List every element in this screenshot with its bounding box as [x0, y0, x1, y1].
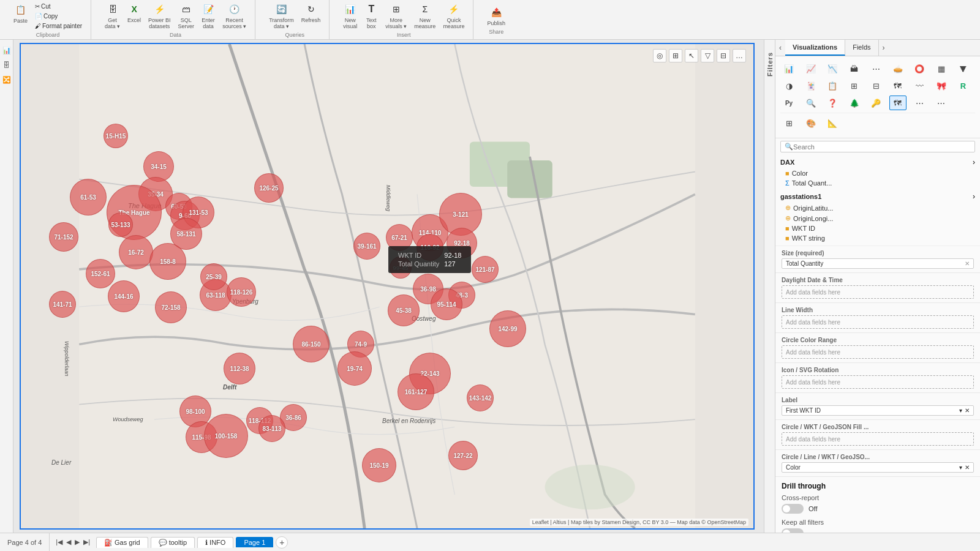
- fields-search-input[interactable]: [793, 143, 971, 151]
- data-view-icon[interactable]: 🗄: [1, 59, 12, 70]
- chart-qa[interactable]: ❓: [824, 96, 841, 110]
- map-bubble[interactable]: 127-22: [448, 441, 478, 470]
- sub-icon-analytics[interactable]: 📐: [824, 116, 841, 130]
- line-width-field[interactable]: Add data fields here: [782, 315, 974, 329]
- page-prev-btn[interactable]: ◀: [65, 538, 72, 546]
- text-box-button[interactable]: T Textbox: [362, 1, 380, 31]
- page-next-btn[interactable]: ▶: [74, 538, 81, 546]
- map-bubble[interactable]: 142-99: [489, 310, 526, 347]
- page-tab-gas-grid[interactable]: ⛽ Gas grid: [96, 537, 148, 548]
- map-bubble[interactable]: 143-142: [467, 384, 494, 411]
- map-focus-icon[interactable]: ◎: [653, 49, 666, 62]
- map-expand-icon[interactable]: ⊟: [717, 49, 730, 62]
- map-bubble[interactable]: 25-39: [200, 263, 227, 290]
- map-bubble[interactable]: 16-72: [119, 235, 153, 269]
- size-field[interactable]: Total Quantity ✕: [782, 258, 974, 269]
- sub-icon-fields[interactable]: ⊞: [780, 116, 797, 130]
- daylight-field[interactable]: Add data fields here: [782, 285, 974, 299]
- more-visuals-button[interactable]: ⊞ Morevisuals ▾: [383, 1, 409, 31]
- page-tab-page1[interactable]: Page 1: [236, 537, 273, 547]
- page-last-btn[interactable]: ▶|: [82, 538, 91, 546]
- page-first-btn[interactable]: |◀: [55, 538, 64, 546]
- quick-measure-button[interactable]: ⚡ Quickmeasure: [440, 1, 467, 31]
- transform-data-button[interactable]: 🔄 Transformdata ▾: [266, 1, 296, 31]
- chart-waterfall[interactable]: 〰: [911, 78, 928, 93]
- page-tab-info[interactable]: ℹ INFO: [197, 537, 233, 548]
- dax-section-header[interactable]: DAX ›: [780, 156, 975, 168]
- chart-python[interactable]: Py: [780, 96, 797, 110]
- new-measure-button[interactable]: Σ Newmeasure: [412, 1, 438, 31]
- map-bubble[interactable]: 86-150: [293, 326, 330, 362]
- chart-decomp[interactable]: 🌲: [846, 96, 863, 110]
- map-select-icon[interactable]: ↖: [685, 49, 698, 62]
- map-bubble[interactable]: 141-71: [49, 291, 76, 318]
- page-add-button[interactable]: +: [276, 536, 288, 549]
- map-bubble[interactable]: 112-38: [224, 353, 255, 384]
- enter-data-button[interactable]: 📝 Enterdata: [199, 1, 217, 31]
- map-bubble[interactable]: 19-74: [337, 351, 372, 386]
- color-dropdown[interactable]: Color ▾✕: [782, 462, 974, 473]
- panel-back-arrow[interactable]: ‹: [775, 40, 785, 56]
- label-remove-btn[interactable]: ✕: [965, 407, 970, 414]
- map-bubble[interactable]: 92-18: [447, 228, 477, 258]
- paste-button[interactable]: 📋 Paste: [11, 2, 30, 31]
- tab-visualizations[interactable]: Visualizations: [785, 40, 845, 56]
- color-remove-btn[interactable]: ✕: [965, 464, 970, 471]
- chart-pie[interactable]: 🥧: [889, 61, 907, 76]
- chart-area[interactable]: 🏔: [846, 61, 863, 76]
- copy-button[interactable]: 📄 Copy: [32, 12, 85, 21]
- map-bubble[interactable]: 61-53: [70, 179, 107, 216]
- label-dropdown[interactable]: First WKT ID ▾✕: [782, 405, 974, 416]
- map-filter-icon[interactable]: ▽: [701, 49, 714, 62]
- chart-card[interactable]: 🃏: [802, 78, 820, 93]
- map-bubble[interactable]: 95-114: [431, 288, 462, 320]
- chart-funnel[interactable]: ⯆: [954, 61, 971, 76]
- map-more-icon[interactable]: …: [733, 49, 746, 62]
- power-bi-datasets-button[interactable]: ⚡ Power BIdatasets: [146, 1, 173, 31]
- chart-search-vis[interactable]: 🔍: [802, 96, 820, 110]
- map-visual[interactable]: ◎ ⊞ ↖ ▽ ⊟ …: [20, 43, 755, 530]
- map-bubble[interactable]: 152-61: [86, 259, 115, 288]
- chart-more2[interactable]: ⋯: [933, 96, 950, 110]
- model-view-icon[interactable]: 🔀: [1, 74, 12, 85]
- tab-fields[interactable]: Fields: [845, 40, 878, 56]
- panel-forward-arrow[interactable]: ›: [879, 40, 889, 56]
- chart-more1[interactable]: ⋯: [911, 96, 928, 110]
- map-zoom-icon[interactable]: ⊞: [669, 49, 682, 62]
- map-bubble[interactable]: 100-158: [204, 414, 248, 458]
- chart-key-inf[interactable]: 🔑: [867, 96, 884, 110]
- chart-bar[interactable]: 📊: [780, 61, 797, 76]
- map-bubble[interactable]: 53-133: [108, 212, 133, 237]
- map-bubble[interactable]: 99-45: [390, 257, 412, 279]
- chart-treemap[interactable]: ▦: [933, 61, 950, 76]
- publish-button[interactable]: 📤 Publish: [484, 4, 508, 28]
- chart-column[interactable]: 📈: [802, 61, 820, 76]
- circle-wkt-field[interactable]: Add data fields here: [782, 432, 974, 446]
- excel-button[interactable]: X Excel: [125, 1, 143, 31]
- map-bubble[interactable]: 45-38: [388, 294, 420, 326]
- map-bubble[interactable]: 67-21: [386, 224, 413, 251]
- chart-map[interactable]: 🗺: [889, 78, 907, 93]
- map-bubble[interactable]: 15-H15: [104, 124, 128, 148]
- chart-table[interactable]: ⊞: [846, 78, 863, 93]
- chart-scatter[interactable]: ⋯: [867, 61, 884, 76]
- map-bubble[interactable]: 126-25: [254, 173, 284, 203]
- recent-sources-button[interactable]: 🕐 Recentsources ▾: [220, 1, 249, 31]
- chart-ribbon[interactable]: 🎀: [933, 78, 950, 93]
- map-bubble[interactable]: 144-16: [108, 280, 140, 312]
- sub-icon-format[interactable]: 🎨: [802, 116, 820, 130]
- chart-line[interactable]: 📉: [824, 61, 841, 76]
- chart-altius-map[interactable]: 🗺: [889, 96, 907, 110]
- map-bubble[interactable]: 72-158: [155, 291, 187, 323]
- size-remove-btn[interactable]: ✕: [965, 260, 970, 267]
- map-bubble[interactable]: 83-113: [258, 415, 285, 442]
- map-bubble[interactable]: 150-19: [362, 448, 396, 482]
- chart-r[interactable]: R: [954, 78, 971, 93]
- chart-matrix[interactable]: ⊟: [867, 78, 884, 93]
- icon-svg-field[interactable]: Add data fields here: [782, 375, 974, 389]
- map-bubble[interactable]: 158-8: [149, 243, 186, 280]
- page-tab-tooltip[interactable]: 💬 tooltip: [151, 537, 195, 548]
- map-bubble[interactable]: 110-92: [417, 234, 443, 261]
- get-data-button[interactable]: 🗄 Getdata ▾: [102, 1, 123, 31]
- chart-donut[interactable]: ⭕: [911, 61, 928, 76]
